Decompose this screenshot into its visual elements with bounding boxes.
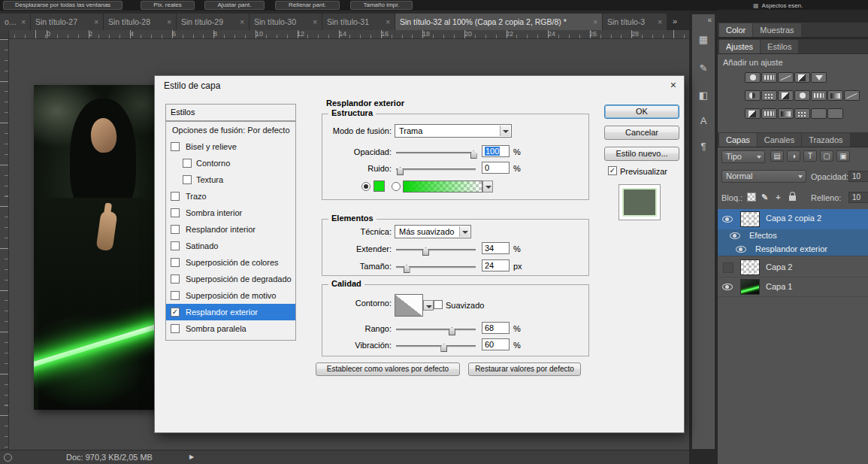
style-item-stroke[interactable]: Trazo (166, 188, 295, 205)
tab-trazados[interactable]: Trazados (802, 133, 849, 147)
style-checkbox[interactable] (171, 192, 180, 201)
document-tab[interactable]: Sin título-3× (603, 14, 667, 30)
channel-mixer-icon[interactable] (811, 90, 827, 101)
style-checkbox[interactable] (171, 258, 180, 267)
filter-adjustment-layers-icon[interactable]: ◑ (787, 150, 800, 162)
brush-panel-icon[interactable]: ✎ (692, 62, 715, 74)
document-tab[interactable]: o-26× (0, 14, 30, 30)
style-item-color-overlay[interactable]: Superposición de colores (166, 254, 295, 271)
layer-thumbnail[interactable] (740, 211, 760, 227)
size-slider[interactable] (396, 266, 476, 268)
color-balance-icon[interactable] (761, 90, 777, 101)
tab-close-icon[interactable]: × (94, 18, 98, 26)
style-checkbox[interactable] (171, 241, 180, 250)
effect-outer-glow-row[interactable]: Resplandor exterior (718, 243, 868, 256)
expand-panels-icon[interactable]: « (707, 16, 712, 24)
blend-mode-select[interactable]: Normal (721, 170, 806, 183)
lock-pixels-icon[interactable]: ✎ (759, 192, 770, 203)
style-checkbox[interactable] (171, 225, 180, 234)
tab-close-icon[interactable]: × (21, 18, 26, 26)
filter-shape-layers-icon[interactable]: ▢ (820, 150, 833, 162)
fill-input[interactable]: 10 (848, 192, 868, 203)
paragraph-panel-icon[interactable]: ¶ (692, 141, 715, 152)
selective-color-icon[interactable] (794, 108, 810, 119)
spread-slider[interactable] (396, 249, 476, 251)
style-item-pattern-overlay[interactable]: Superposición de motivo (166, 287, 295, 304)
exposure-icon[interactable] (794, 72, 810, 83)
visibility-eye-icon[interactable] (722, 216, 733, 223)
effects-row[interactable]: Efectos (718, 229, 868, 243)
style-item-inner-glow[interactable]: Resplandor interior (166, 221, 295, 238)
color-lookup-icon[interactable] (827, 90, 843, 101)
jitter-slider-thumb[interactable] (440, 344, 447, 352)
photo-filter-icon[interactable] (794, 90, 810, 101)
cancel-button[interactable]: Cancelar (604, 126, 679, 140)
gradient-radio[interactable] (392, 182, 401, 191)
new-style-button[interactable]: Estilo nuevo... (604, 147, 679, 161)
status-menu-arrow-icon[interactable]: ▶ (189, 453, 194, 460)
black-white-icon[interactable] (778, 90, 794, 101)
adjustment-icon[interactable] (827, 108, 843, 119)
gradient-map-icon[interactable] (778, 108, 794, 119)
style-item-bevel-emboss[interactable]: Bisel y relieve (166, 138, 295, 155)
contour-dropdown-icon[interactable] (423, 300, 434, 311)
opacity-slider-thumb[interactable] (470, 150, 477, 159)
range-slider-thumb[interactable] (449, 327, 455, 335)
tab-ajustes[interactable]: Ajustes (719, 40, 760, 53)
fill-screen-button[interactable]: Rellenar pant. (275, 1, 340, 10)
workspace-switcher[interactable]: ▦ Aspectos esen. (753, 1, 803, 10)
lock-all-icon[interactable] (789, 196, 796, 201)
style-checkbox[interactable] (171, 324, 180, 333)
visibility-eye-icon[interactable] (730, 232, 740, 239)
gradient-dropdown-icon[interactable] (482, 180, 493, 193)
range-input[interactable]: 68 (482, 322, 510, 334)
document-tab[interactable]: Sin título-28× (104, 14, 176, 30)
preview-checkbox[interactable]: ✓ (608, 166, 617, 175)
scroll-all-windows-button[interactable]: Desplazarse por todas las ventanas (3, 1, 122, 10)
threshold-icon[interactable] (761, 108, 777, 119)
layer-row[interactable]: Capa 1 (718, 277, 868, 297)
tab-close-icon[interactable]: × (313, 18, 317, 26)
invert-icon[interactable] (844, 90, 860, 101)
style-checkbox[interactable] (183, 175, 192, 184)
noise-slider[interactable] (396, 168, 476, 171)
ok-button[interactable]: OK (604, 105, 679, 119)
jitter-slider[interactable] (396, 345, 476, 347)
print-size-button[interactable]: Tamaño impr. (350, 1, 413, 10)
set-defaults-button[interactable]: Establecer como valores por defecto (316, 362, 460, 376)
technique-select[interactable]: Más suavizado (395, 225, 471, 238)
vibrance-icon[interactable] (811, 72, 827, 83)
document-tab[interactable]: Sin título-31× (322, 14, 395, 30)
hue-saturation-icon[interactable] (745, 90, 761, 101)
document-tab-active[interactable]: Sin título-32 al 100% (Capa 2 copia 2, R… (395, 14, 602, 30)
style-item-blending-options[interactable]: Opciones de fusión: Por defecto (166, 122, 295, 138)
filter-pixel-layers-icon[interactable]: ▤ (770, 150, 784, 162)
layer-row-selected[interactable]: Capa 2 copia 2 (718, 209, 868, 229)
character-panel-icon[interactable]: A (692, 115, 715, 126)
glow-blend-mode-select[interactable]: Trama (395, 124, 512, 138)
visibility-eye-icon[interactable] (722, 284, 733, 290)
gradient-picker[interactable] (403, 180, 482, 193)
layer-filter-select[interactable]: Tipo (721, 150, 765, 163)
size-input[interactable]: 24 (482, 259, 510, 271)
posterize-icon[interactable] (745, 108, 761, 119)
curves-icon[interactable] (778, 72, 794, 83)
layer-row[interactable]: Capa 2 (718, 258, 868, 277)
levels-icon[interactable] (761, 72, 777, 83)
reset-defaults-button[interactable]: Restaurar valores por defecto (468, 362, 581, 376)
contour-picker[interactable] (395, 294, 423, 317)
style-checkbox[interactable] (171, 208, 180, 217)
visibility-eye-icon[interactable] (736, 246, 746, 253)
dialog-close-icon[interactable]: × (670, 79, 676, 91)
style-item-satin[interactable]: Satinado (166, 238, 295, 254)
noise-input[interactable]: 0 (482, 162, 510, 174)
style-item-outer-glow-selected[interactable]: ✓Resplandor exterior (166, 304, 295, 320)
glow-color-swatch[interactable] (374, 180, 385, 192)
tab-estilos[interactable]: Estilos (761, 40, 798, 53)
visibility-empty-well[interactable] (723, 262, 733, 273)
tab-capas[interactable]: Capas (719, 133, 757, 147)
tab-close-icon[interactable]: × (167, 18, 171, 26)
brightness-contrast-icon[interactable] (745, 72, 761, 83)
range-slider[interactable] (396, 329, 476, 331)
tab-color[interactable]: Color (719, 23, 752, 37)
